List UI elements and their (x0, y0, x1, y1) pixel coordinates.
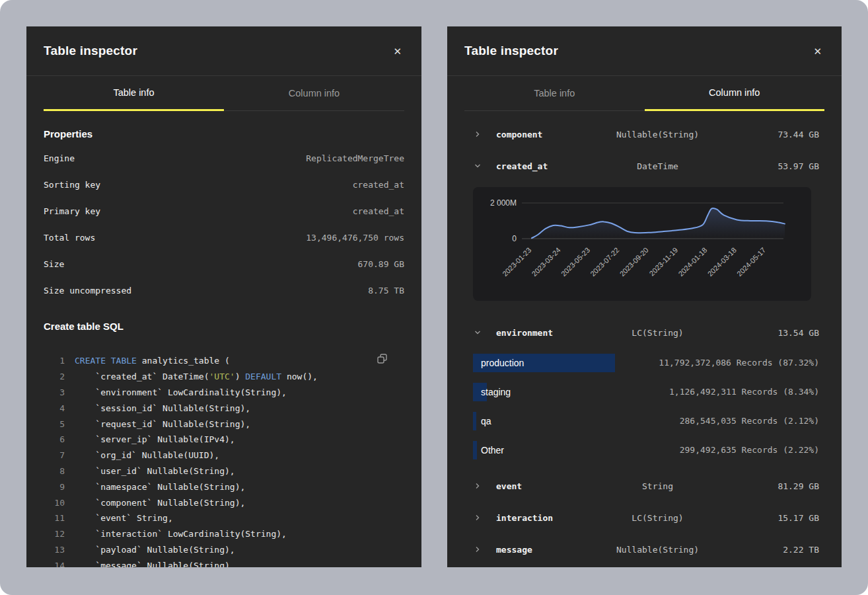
property-row: Total rows 13,496,476,750 rows (44, 224, 404, 251)
value-records: 1,126,492,311 Records (8.34%) (669, 377, 819, 407)
property-label: Sorting key (44, 180, 100, 190)
property-label: Size uncompressed (44, 286, 131, 296)
value-records: 299,492,635 Records (2.22%) (680, 436, 819, 465)
sql-token: `message` Nullable(String) (75, 561, 230, 567)
sql-token: `interaction` LowCardinality(String), (75, 529, 287, 539)
sql-line-number: 10 (44, 498, 65, 508)
sql-token: `request_id` Nullable(String), (75, 419, 250, 429)
column-size: 81.29 GB (711, 481, 819, 491)
property-value: 13,496,476,750 rows (306, 233, 404, 243)
column-row[interactable]: interaction LC(String) 15.17 GB (447, 502, 842, 534)
tab-table-info[interactable]: Table info (44, 76, 224, 111)
sql-line-code: `namespace` Nullable(String), (75, 482, 245, 492)
sql-line-number: 14 (44, 561, 65, 567)
sql-heading: Create table SQL (44, 321, 404, 332)
modal-backdrop: Table inspector ✕ Table info Column info… (0, 0, 868, 595)
value-records: 11,792,372,086 Records (87.32%) (659, 348, 819, 377)
table-inspector-panel-table-info: Table inspector ✕ Table info Column info… (26, 26, 421, 567)
sql-line-code: `session_id` Nullable(String), (75, 403, 250, 413)
environment-value-row: production 11,792,372,086 Records (87.32… (473, 348, 819, 377)
sql-line-code: CREATE TABLE analytics_table ( (75, 356, 230, 366)
table-inspector-panel-column-info: Table inspector ✕ Table info Column info… (447, 26, 842, 567)
column-row[interactable]: created_at DateTime 53.97 GB (447, 150, 842, 182)
column-size: 2.22 TB (711, 545, 819, 555)
value-label: staging (481, 377, 511, 407)
sql-line-number: 12 (44, 529, 65, 539)
column-name: created_at (496, 161, 604, 171)
column-name: event (496, 481, 604, 491)
column-row[interactable]: component Nullable(String) 73.44 GB (447, 118, 842, 150)
tab-column-info[interactable]: Column info (224, 76, 404, 111)
created-at-area-chart: 2 000M02023-01-232023-03-242023-05-23202… (473, 187, 811, 301)
copy-icon[interactable] (377, 353, 388, 366)
column-size: 73.44 GB (711, 130, 819, 139)
value-label: Other (481, 436, 504, 465)
x-axis-tick-label: 2024-05-17 (735, 246, 767, 278)
column-type: LC(String) (604, 328, 711, 338)
sql-token: `payload` Nullable(String), (75, 545, 235, 555)
column-size: 13.54 GB (711, 328, 819, 338)
property-value: 8.75 TB (368, 286, 404, 296)
sql-line: 7 `org_id` Nullable(UUID), (44, 448, 404, 463)
close-icon[interactable]: ✕ (390, 44, 404, 59)
x-axis-tick-label: 2024-01-18 (676, 246, 708, 278)
tab-bar: Table info Column info (464, 76, 824, 111)
tab-table-info[interactable]: Table info (464, 76, 645, 111)
sql-line-code: `message` Nullable(String) (75, 561, 230, 567)
column-name: message (496, 545, 604, 555)
panel-title: Table inspector (44, 44, 137, 58)
sql-line-code: `component` Nullable(String), (75, 498, 245, 508)
sql-line-code: `server_ip` Nullable(IPv4), (75, 434, 235, 444)
x-axis-tick-label: 2023-01-23 (501, 246, 532, 278)
environment-value-row: Other 299,492,635 Records (2.22%) (473, 436, 819, 465)
value-bar (473, 441, 477, 459)
sql-token: analytics_table ( (137, 356, 230, 366)
x-axis-tick-label: 2023-11-19 (648, 246, 680, 278)
sql-line: 3 `environment` LowCardinality(String), (44, 385, 404, 401)
environment-value-row: qa 286,545,035 Records (2.12%) (473, 407, 819, 436)
properties-heading: Properties (44, 128, 404, 139)
property-label: Total rows (44, 233, 95, 243)
sql-line: 12 `interaction` LowCardinality(String), (44, 526, 404, 542)
property-value: 670.89 GB (358, 259, 404, 269)
value-bar (473, 412, 476, 430)
sql-line-number: 9 (44, 482, 65, 492)
column-row[interactable]: event String 81.29 GB (447, 470, 842, 502)
sql-token: `org_id` Nullable(UUID), (75, 450, 219, 460)
chevron-right-icon[interactable] (474, 482, 496, 490)
sql-line-number: 4 (44, 403, 65, 413)
sql-token: `server_ip` Nullable(IPv4), (75, 434, 235, 444)
chevron-down-icon[interactable] (474, 329, 496, 337)
sql-line: 2 `created_at` DateTime('UTC') DEFAULT n… (44, 369, 404, 385)
chevron-down-icon[interactable] (474, 162, 496, 170)
column-row[interactable]: environment LC(String) 13.54 GB (447, 317, 842, 348)
sql-line-code: `org_id` Nullable(UUID), (75, 450, 219, 460)
environment-values-group: production 11,792,372,086 Records (87.32… (447, 348, 842, 465)
sql-line-code: `created_at` DateTime('UTC') DEFAULT now… (75, 372, 318, 381)
x-axis-tick-label: 2023-03-24 (530, 246, 561, 278)
sql-line-code: `interaction` LowCardinality(String), (75, 529, 287, 539)
sql-line-number: 5 (44, 419, 65, 429)
chevron-right-icon[interactable] (474, 130, 496, 138)
sql-token: now(), (281, 372, 318, 381)
sql-line: 14 `message` Nullable(String) (44, 557, 404, 567)
column-type: LC(String) (604, 513, 711, 523)
sql-lines: 1 CREATE TABLE analytics_table ( 2 `crea… (44, 353, 404, 567)
sql-token: `user_id` Nullable(String), (75, 466, 235, 476)
tab-column-info[interactable]: Column info (645, 76, 825, 111)
sql-token: `environment` LowCardinality(String), (75, 387, 287, 397)
sql-line-code: `payload` Nullable(String), (75, 545, 235, 555)
chevron-right-icon[interactable] (474, 514, 496, 522)
sql-line: 11 `event` String, (44, 510, 404, 526)
column-row[interactable]: message Nullable(String) 2.22 TB (447, 534, 842, 565)
environment-value-row: staging 1,126,492,311 Records (8.34%) (473, 377, 819, 407)
sql-line-code: `user_id` Nullable(String), (75, 466, 235, 476)
sql-line-number: 6 (44, 434, 65, 444)
chevron-right-icon[interactable] (474, 545, 496, 553)
property-label: Engine (44, 153, 75, 163)
column-size: 53.97 GB (711, 161, 819, 171)
sql-line: 4 `session_id` Nullable(String), (44, 400, 404, 416)
close-icon[interactable]: ✕ (811, 44, 824, 59)
tab-bar: Table info Column info (44, 76, 404, 111)
columns-list: component Nullable(String) 73.44 GB crea… (447, 111, 842, 565)
